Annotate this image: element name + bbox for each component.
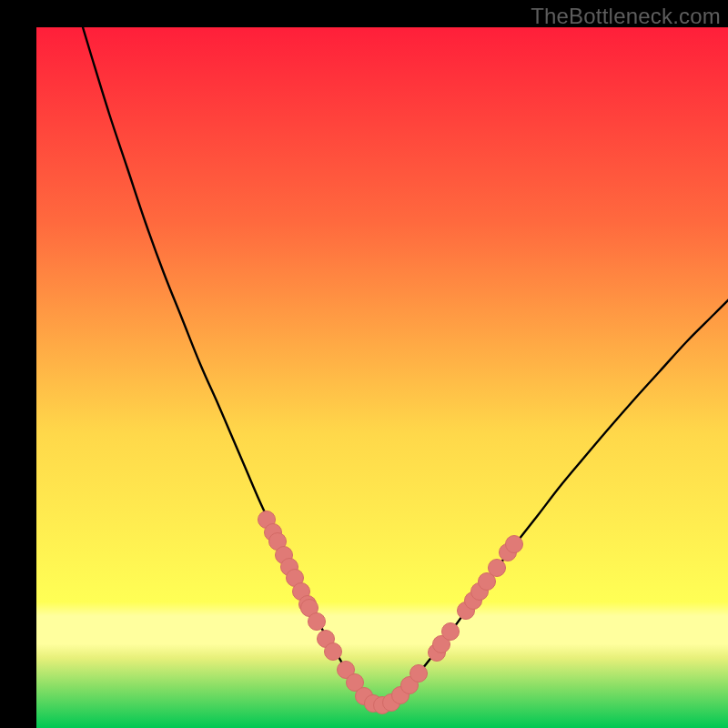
data-marker (410, 665, 428, 682)
chart-frame: TheBottleneck.com (0, 0, 728, 728)
plot-area (36, 27, 728, 728)
data-marker (442, 623, 460, 641)
data-marker (489, 560, 506, 577)
watermark-text: TheBottleneck.com (531, 4, 721, 29)
data-marker (308, 613, 326, 631)
data-marker (506, 536, 523, 553)
gradient-background (36, 27, 728, 728)
data-marker (325, 643, 342, 661)
plot-svg (36, 27, 728, 728)
